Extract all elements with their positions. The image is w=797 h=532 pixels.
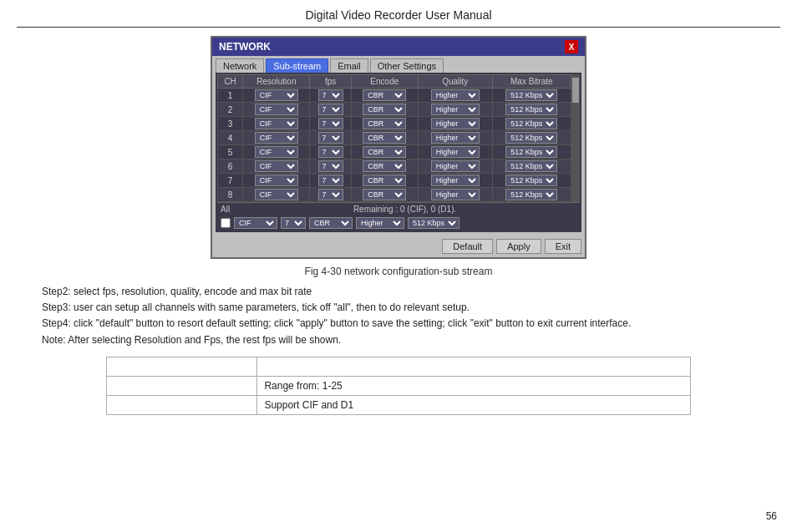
cell-encode[interactable]: CBRVBR	[351, 89, 418, 103]
encode-select[interactable]: CBRVBR	[363, 175, 406, 186]
exit-button[interactable]: Exit	[545, 239, 581, 254]
cell-ch: 1	[218, 89, 243, 103]
bitrate-select[interactable]: 512 Kbps1 Mbps2 Mbps	[505, 118, 557, 129]
table-cell: Range from: 1-25	[257, 376, 690, 395]
encode-select[interactable]: CBRVBR	[363, 118, 406, 129]
fps-select[interactable]: 71525	[318, 146, 343, 158]
quality-select[interactable]: LowestLowerLowMediumHighHigherHighest	[431, 89, 480, 101]
cell-resolution[interactable]: CIFD1	[243, 188, 310, 202]
bitrate-select[interactable]: 512 Kbps1 Mbps2 Mbps	[505, 160, 557, 172]
cell-resolution[interactable]: CIFD1	[243, 89, 310, 103]
all-bitrate-select[interactable]: 512 Kbps 1 Mbps	[408, 217, 459, 229]
quality-select[interactable]: LowestLowerLowMediumHighHigherHighest	[431, 104, 480, 115]
default-button[interactable]: Default	[442, 239, 493, 254]
cell-resolution[interactable]: CIFD1	[243, 174, 310, 188]
encode-select[interactable]: CBRVBR	[363, 146, 406, 158]
cell-resolution[interactable]: CIFD1	[243, 131, 310, 145]
quality-select[interactable]: LowestLowerLowMediumHighHigherHighest	[431, 189, 480, 200]
dialog-close-button[interactable]: X	[565, 40, 578, 53]
cell-fps[interactable]: 71525	[310, 103, 351, 117]
bitrate-select[interactable]: 512 Kbps1 Mbps2 Mbps	[505, 146, 557, 158]
tab-email[interactable]: Email	[330, 58, 368, 73]
cell-quality[interactable]: LowestLowerLowMediumHighHigherHighest	[418, 117, 492, 131]
encode-select[interactable]: CBRVBR	[363, 104, 406, 115]
bitrate-select[interactable]: 512 Kbps1 Mbps2 Mbps	[505, 175, 557, 186]
cell-resolution[interactable]: CIFD1	[243, 117, 310, 131]
cell-fps[interactable]: 71525	[310, 174, 351, 188]
cell-fps[interactable]: 71525	[310, 145, 351, 160]
cell-resolution[interactable]: CIFD1	[243, 160, 310, 174]
cell-quality[interactable]: LowestLowerLowMediumHighHigherHighest	[418, 131, 492, 145]
cell-encode[interactable]: CBRVBR	[351, 117, 418, 131]
cell-fps[interactable]: 71525	[310, 160, 351, 174]
cell-fps[interactable]: 71525	[310, 89, 351, 103]
tab-other-settings[interactable]: Other Settings	[370, 58, 444, 73]
quality-select[interactable]: LowestLowerLowMediumHighHigherHighest	[431, 132, 480, 144]
cell-encode[interactable]: CBRVBR	[351, 145, 418, 160]
dialog-title: NETWORK	[219, 41, 271, 53]
cell-bitrate[interactable]: 512 Kbps1 Mbps2 Mbps	[492, 160, 571, 174]
cell-encode[interactable]: CBRVBR	[351, 188, 418, 202]
apply-button[interactable]: Apply	[496, 239, 541, 254]
fps-select[interactable]: 71525	[318, 104, 343, 115]
resolution-select[interactable]: CIFD1	[255, 189, 298, 200]
tab-substream[interactable]: Sub-stream	[266, 58, 328, 73]
vertical-scrollbar[interactable]	[571, 74, 580, 202]
cell-quality[interactable]: LowestLowerLowMediumHighHigherHighest	[418, 188, 492, 202]
all-fps-select[interactable]: 7	[281, 217, 306, 229]
encode-select[interactable]: CBRVBR	[363, 132, 406, 144]
encode-select[interactable]: CBRVBR	[363, 189, 406, 200]
cell-resolution[interactable]: CIFD1	[243, 103, 310, 117]
cell-encode[interactable]: CBRVBR	[351, 131, 418, 145]
cell-resolution[interactable]: CIFD1	[243, 145, 310, 160]
resolution-select[interactable]: CIFD1	[255, 132, 298, 144]
cell-bitrate[interactable]: 512 Kbps1 Mbps2 Mbps	[492, 131, 571, 145]
cell-quality[interactable]: LowestLowerLowMediumHighHigherHighest	[418, 89, 492, 103]
cell-encode[interactable]: CBRVBR	[351, 103, 418, 117]
resolution-select[interactable]: CIFD1	[255, 118, 298, 129]
quality-select[interactable]: LowestLowerLowMediumHighHigherHighest	[431, 118, 480, 129]
cell-fps[interactable]: 71525	[310, 131, 351, 145]
resolution-select[interactable]: CIFD1	[255, 89, 298, 101]
cell-bitrate[interactable]: 512 Kbps1 Mbps2 Mbps	[492, 174, 571, 188]
quality-select[interactable]: LowestLowerLowMediumHighHigherHighest	[431, 146, 480, 158]
all-resolution-select[interactable]: CIF D1	[234, 217, 277, 229]
fps-select[interactable]: 71525	[318, 89, 343, 101]
cell-bitrate[interactable]: 512 Kbps1 Mbps2 Mbps	[492, 89, 571, 103]
all-checkbox[interactable]	[221, 218, 231, 228]
fps-select[interactable]: 71525	[318, 189, 343, 200]
cell-quality[interactable]: LowestLowerLowMediumHighHigherHighest	[418, 174, 492, 188]
cell-encode[interactable]: CBRVBR	[351, 160, 418, 174]
all-quality-select[interactable]: Higher High Medium	[356, 217, 404, 229]
encode-select[interactable]: CBRVBR	[363, 89, 406, 101]
bitrate-select[interactable]: 512 Kbps1 Mbps2 Mbps	[505, 104, 557, 115]
cell-quality[interactable]: LowestLowerLowMediumHighHigherHighest	[418, 160, 492, 174]
cell-quality[interactable]: LowestLowerLowMediumHighHigherHighest	[418, 103, 492, 117]
all-encode-select[interactable]: CBR VBR	[309, 217, 353, 229]
fps-select[interactable]: 71525	[318, 118, 343, 129]
fps-select[interactable]: 71525	[318, 132, 343, 144]
quality-select[interactable]: LowestLowerLowMediumHighHigherHighest	[431, 175, 480, 186]
bitrate-select[interactable]: 512 Kbps1 Mbps2 Mbps	[505, 89, 557, 101]
resolution-select[interactable]: CIFD1	[255, 104, 298, 115]
resolution-select[interactable]: CIFD1	[255, 175, 298, 186]
quality-select[interactable]: LowestLowerLowMediumHighHigherHighest	[431, 160, 480, 172]
cell-fps[interactable]: 71525	[310, 117, 351, 131]
encode-select[interactable]: CBRVBR	[363, 160, 406, 172]
cell-fps[interactable]: 71525	[310, 188, 351, 202]
resolution-select[interactable]: CIFD1	[255, 146, 298, 158]
fps-select[interactable]: 71525	[318, 160, 343, 172]
scrollbar-thumb[interactable]	[572, 78, 579, 103]
bitrate-select[interactable]: 512 Kbps1 Mbps2 Mbps	[505, 189, 557, 200]
cell-bitrate[interactable]: 512 Kbps1 Mbps2 Mbps	[492, 145, 571, 160]
cell-encode[interactable]: CBRVBR	[351, 174, 418, 188]
cell-bitrate[interactable]: 512 Kbps1 Mbps2 Mbps	[492, 117, 571, 131]
cell-quality[interactable]: LowestLowerLowMediumHighHigherHighest	[418, 145, 492, 160]
table-row: 2CIFD171525CBRVBRLowestLowerLowMediumHig…	[218, 103, 571, 117]
cell-bitrate[interactable]: 512 Kbps1 Mbps2 Mbps	[492, 188, 571, 202]
resolution-select[interactable]: CIFD1	[255, 160, 298, 172]
tab-network[interactable]: Network	[216, 58, 264, 73]
fps-select[interactable]: 71525	[318, 175, 343, 186]
cell-bitrate[interactable]: 512 Kbps1 Mbps2 Mbps	[492, 103, 571, 117]
bitrate-select[interactable]: 512 Kbps1 Mbps2 Mbps	[505, 132, 557, 144]
